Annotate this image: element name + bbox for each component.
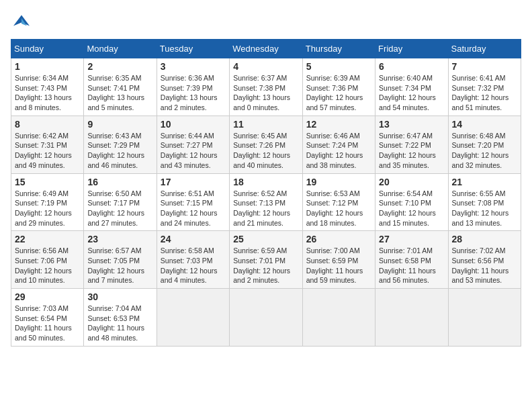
- logo: [11, 11, 35, 32]
- week-row-3: 15 Sunrise: 6:49 AMSunset: 7:19 PMDaylig…: [11, 173, 521, 231]
- calendar-cell: 25 Sunrise: 6:59 AMSunset: 7:01 PMDaylig…: [230, 231, 302, 289]
- day-info: Sunrise: 7:00 AMSunset: 6:59 PMDaylight:…: [306, 246, 371, 285]
- calendar-cell: 3 Sunrise: 6:36 AMSunset: 7:39 PMDayligh…: [157, 58, 229, 116]
- col-thursday: Thursday: [302, 40, 375, 58]
- calendar-cell: 9 Sunrise: 6:43 AMSunset: 7:29 PMDayligh…: [84, 116, 157, 173]
- calendar-cell: [448, 289, 521, 347]
- calendar-cell: 23 Sunrise: 6:57 AMSunset: 7:05 PMDaylig…: [84, 231, 157, 289]
- col-monday: Monday: [84, 40, 157, 58]
- calendar-cell: [157, 289, 229, 347]
- day-number: 21: [452, 177, 517, 187]
- day-info: Sunrise: 6:36 AMSunset: 7:39 PMDaylight:…: [161, 73, 226, 113]
- day-info: Sunrise: 6:49 AMSunset: 7:19 PMDaylight:…: [15, 189, 80, 228]
- col-wednesday: Wednesday: [230, 40, 302, 58]
- calendar-cell: 10 Sunrise: 6:44 AMSunset: 7:27 PMDaylig…: [157, 116, 229, 173]
- day-number: 27: [379, 234, 444, 244]
- calendar-cell: 22 Sunrise: 6:56 AMSunset: 7:06 PMDaylig…: [11, 231, 84, 289]
- day-info: Sunrise: 6:47 AMSunset: 7:22 PMDaylight:…: [379, 131, 444, 171]
- day-number: 19: [306, 177, 371, 187]
- calendar-cell: 4 Sunrise: 6:37 AMSunset: 7:38 PMDayligh…: [230, 58, 302, 116]
- calendar-cell: [302, 289, 375, 347]
- day-info: Sunrise: 6:51 AMSunset: 7:15 PMDaylight:…: [161, 189, 226, 228]
- week-row-2: 8 Sunrise: 6:42 AMSunset: 7:31 PMDayligh…: [11, 116, 521, 173]
- calendar-cell: 17 Sunrise: 6:51 AMSunset: 7:15 PMDaylig…: [157, 173, 229, 231]
- day-info: Sunrise: 6:46 AMSunset: 7:24 PMDaylight:…: [306, 131, 371, 171]
- day-number: 7: [452, 61, 517, 72]
- day-info: Sunrise: 6:52 AMSunset: 7:13 PMDaylight:…: [233, 189, 298, 228]
- week-row-4: 22 Sunrise: 6:56 AMSunset: 7:06 PMDaylig…: [11, 231, 521, 289]
- day-info: Sunrise: 6:43 AMSunset: 7:29 PMDaylight:…: [87, 131, 152, 171]
- calendar-cell: 28 Sunrise: 7:02 AMSunset: 6:56 PMDaylig…: [448, 231, 521, 289]
- day-info: Sunrise: 6:37 AMSunset: 7:38 PMDaylight:…: [233, 73, 298, 113]
- day-info: Sunrise: 6:55 AMSunset: 7:08 PMDaylight:…: [452, 189, 517, 228]
- calendar-cell: 27 Sunrise: 7:01 AMSunset: 6:58 PMDaylig…: [375, 231, 448, 289]
- day-info: Sunrise: 6:48 AMSunset: 7:20 PMDaylight:…: [452, 131, 517, 171]
- day-info: Sunrise: 6:56 AMSunset: 7:06 PMDaylight:…: [15, 246, 80, 285]
- day-number: 24: [161, 234, 226, 244]
- day-info: Sunrise: 6:44 AMSunset: 7:27 PMDaylight:…: [161, 131, 226, 171]
- day-info: Sunrise: 6:59 AMSunset: 7:01 PMDaylight:…: [233, 246, 298, 285]
- day-info: Sunrise: 6:54 AMSunset: 7:10 PMDaylight:…: [379, 189, 444, 228]
- day-number: 28: [452, 234, 517, 244]
- day-number: 4: [233, 61, 298, 72]
- calendar-cell: 26 Sunrise: 7:00 AMSunset: 6:59 PMDaylig…: [302, 231, 375, 289]
- calendar-table: Sunday Monday Tuesday Wednesday Thursday…: [11, 39, 521, 347]
- page-header: [11, 11, 521, 32]
- day-number: 10: [161, 119, 226, 130]
- day-number: 29: [15, 291, 80, 302]
- day-number: 8: [15, 119, 80, 130]
- calendar-cell: [230, 289, 302, 347]
- calendar-cell: 11 Sunrise: 6:45 AMSunset: 7:26 PMDaylig…: [230, 116, 302, 173]
- day-number: 17: [161, 177, 226, 187]
- day-info: Sunrise: 7:01 AMSunset: 6:58 PMDaylight:…: [379, 246, 444, 285]
- calendar-cell: 29 Sunrise: 7:03 AMSunset: 6:54 PMDaylig…: [11, 289, 84, 347]
- day-number: 6: [379, 61, 444, 72]
- calendar-cell: 6 Sunrise: 6:40 AMSunset: 7:34 PMDayligh…: [375, 58, 448, 116]
- week-row-5: 29 Sunrise: 7:03 AMSunset: 6:54 PMDaylig…: [11, 289, 521, 347]
- day-info: Sunrise: 6:45 AMSunset: 7:26 PMDaylight:…: [233, 131, 298, 171]
- day-number: 5: [306, 61, 371, 72]
- calendar-cell: 15 Sunrise: 6:49 AMSunset: 7:19 PMDaylig…: [11, 173, 84, 231]
- day-info: Sunrise: 6:58 AMSunset: 7:03 PMDaylight:…: [161, 246, 226, 285]
- calendar-cell: 1 Sunrise: 6:34 AMSunset: 7:43 PMDayligh…: [11, 58, 84, 116]
- calendar-cell: 21 Sunrise: 6:55 AMSunset: 7:08 PMDaylig…: [448, 173, 521, 231]
- day-info: Sunrise: 7:02 AMSunset: 6:56 PMDaylight:…: [452, 246, 517, 285]
- col-sunday: Sunday: [11, 40, 84, 58]
- day-info: Sunrise: 6:42 AMSunset: 7:31 PMDaylight:…: [15, 131, 80, 171]
- day-number: 9: [87, 119, 152, 130]
- calendar-cell: 24 Sunrise: 6:58 AMSunset: 7:03 PMDaylig…: [157, 231, 229, 289]
- week-row-1: 1 Sunrise: 6:34 AMSunset: 7:43 PMDayligh…: [11, 58, 521, 116]
- day-info: Sunrise: 7:03 AMSunset: 6:54 PMDaylight:…: [15, 304, 80, 343]
- calendar-cell: 7 Sunrise: 6:41 AMSunset: 7:32 PMDayligh…: [448, 58, 521, 116]
- calendar-cell: 2 Sunrise: 6:35 AMSunset: 7:41 PMDayligh…: [84, 58, 157, 116]
- day-number: 1: [15, 61, 80, 72]
- calendar-cell: 14 Sunrise: 6:48 AMSunset: 7:20 PMDaylig…: [448, 116, 521, 173]
- day-info: Sunrise: 6:41 AMSunset: 7:32 PMDaylight:…: [452, 73, 517, 113]
- day-info: Sunrise: 6:40 AMSunset: 7:34 PMDaylight:…: [379, 73, 444, 113]
- day-number: 20: [379, 177, 444, 187]
- day-number: 26: [306, 234, 371, 244]
- day-number: 2: [87, 61, 152, 72]
- day-number: 15: [15, 177, 80, 187]
- day-number: 3: [161, 61, 226, 72]
- day-info: Sunrise: 7:04 AMSunset: 6:53 PMDaylight:…: [87, 304, 152, 343]
- day-info: Sunrise: 6:57 AMSunset: 7:05 PMDaylight:…: [87, 246, 152, 285]
- calendar-cell: 5 Sunrise: 6:39 AMSunset: 7:36 PMDayligh…: [302, 58, 375, 116]
- day-number: 18: [233, 177, 298, 187]
- day-number: 25: [233, 234, 298, 244]
- logo-icon: [11, 11, 32, 32]
- calendar-cell: [375, 289, 448, 347]
- day-info: Sunrise: 6:53 AMSunset: 7:12 PMDaylight:…: [306, 189, 371, 228]
- day-number: 13: [379, 119, 444, 130]
- calendar-header-row: Sunday Monday Tuesday Wednesday Thursday…: [11, 40, 521, 58]
- day-info: Sunrise: 6:34 AMSunset: 7:43 PMDaylight:…: [15, 73, 80, 113]
- calendar-cell: 8 Sunrise: 6:42 AMSunset: 7:31 PMDayligh…: [11, 116, 84, 173]
- col-friday: Friday: [375, 40, 448, 58]
- day-number: 11: [233, 119, 298, 130]
- day-number: 30: [87, 291, 152, 302]
- calendar-cell: 30 Sunrise: 7:04 AMSunset: 6:53 PMDaylig…: [84, 289, 157, 347]
- day-number: 16: [87, 177, 152, 187]
- day-number: 12: [306, 119, 371, 130]
- calendar-cell: 12 Sunrise: 6:46 AMSunset: 7:24 PMDaylig…: [302, 116, 375, 173]
- day-number: 23: [87, 234, 152, 244]
